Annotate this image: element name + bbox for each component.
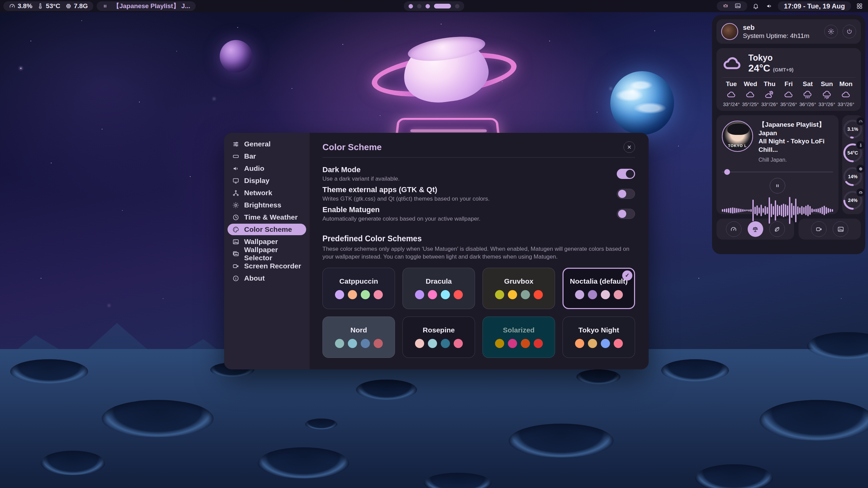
image-button[interactable] bbox=[833, 221, 848, 237]
media-subtitle: Chill Japan. bbox=[758, 157, 833, 163]
scheme-card-dracula[interactable]: Dracula bbox=[402, 268, 475, 309]
pause-button[interactable] bbox=[770, 178, 785, 194]
gear-icon[interactable] bbox=[824, 25, 838, 38]
workspace-5[interactable] bbox=[455, 4, 459, 8]
media-progress-bar[interactable] bbox=[722, 169, 833, 175]
color-swatch bbox=[588, 290, 597, 299]
palette-icon bbox=[232, 226, 239, 233]
network-icon bbox=[232, 189, 239, 197]
system-tray[interactable] bbox=[717, 1, 747, 11]
sidebar-item-audio[interactable]: Audio bbox=[228, 163, 306, 174]
gauge-thermometer: 54°C bbox=[842, 142, 863, 163]
sidebar-item-bar[interactable]: Bar bbox=[228, 150, 306, 162]
setting-title: Enable Matugen bbox=[322, 205, 480, 214]
visualizer-bar bbox=[781, 205, 782, 216]
sidebar-item-color-scheme[interactable]: Color Scheme bbox=[228, 224, 306, 235]
color-swatch bbox=[575, 339, 584, 348]
toggle-switch[interactable] bbox=[617, 189, 635, 199]
visualizer-bar bbox=[813, 209, 815, 212]
workspaces-pill[interactable] bbox=[404, 1, 464, 11]
bell-icon[interactable] bbox=[751, 1, 761, 11]
scheme-card-gruvbox[interactable]: Gruvbox bbox=[482, 268, 555, 309]
toggle-switch[interactable] bbox=[617, 169, 635, 179]
visualizer-bar bbox=[793, 206, 794, 215]
sidebar-item-brightness[interactable]: Brightness bbox=[228, 199, 306, 211]
media-row: TOKYO L 【Japanese Playlist】 Japan All Ni… bbox=[716, 115, 861, 214]
scheme-card-noctalia-default-[interactable]: Noctalia (default)✓ bbox=[563, 268, 635, 309]
divider bbox=[722, 77, 855, 78]
sidebar-item-general[interactable]: General bbox=[228, 138, 306, 150]
scheme-card-solarized[interactable]: Solarized bbox=[482, 317, 555, 358]
progress-track bbox=[722, 171, 833, 172]
color-swatch bbox=[454, 290, 463, 299]
sidebar-item-about[interactable]: About bbox=[228, 272, 306, 284]
visualizer-bar bbox=[724, 209, 725, 212]
visualizer-bar bbox=[826, 207, 827, 214]
workspace-2[interactable] bbox=[417, 4, 421, 8]
visualizer-bar bbox=[824, 206, 825, 215]
power-icon[interactable] bbox=[843, 25, 856, 38]
sidebar-item-wallpaper-selector[interactable]: Wallpaper Selector bbox=[228, 248, 306, 260]
visualizer-bar bbox=[732, 207, 733, 214]
cloud-icon bbox=[722, 53, 743, 74]
visualizer-bar bbox=[765, 206, 766, 215]
clock-pill[interactable]: 17:09 - Tue, 19 Aug bbox=[778, 1, 851, 11]
scheme-card-nord[interactable]: Nord bbox=[322, 317, 395, 358]
image-icon[interactable] bbox=[734, 2, 742, 10]
visualizer-bar bbox=[777, 205, 778, 216]
visualizer-bar bbox=[761, 205, 762, 216]
color-swatch bbox=[601, 339, 610, 348]
visualizer-bar bbox=[832, 209, 833, 212]
visualizer-bar bbox=[740, 209, 742, 212]
visualizer-bar bbox=[767, 207, 768, 214]
gauge-disk: 24% bbox=[842, 190, 863, 211]
toggle-switch[interactable] bbox=[617, 209, 635, 219]
dashboard-icon[interactable] bbox=[854, 1, 865, 11]
earth-planet bbox=[610, 71, 674, 135]
crater bbox=[356, 380, 417, 400]
visualizer-bar bbox=[752, 200, 754, 221]
setting-row-enable-matugen: Enable MatugenAutomatically generate col… bbox=[322, 205, 635, 222]
visualizer-bar bbox=[791, 203, 792, 218]
visualizer-bar bbox=[801, 206, 803, 215]
tray-app-icon[interactable] bbox=[722, 2, 730, 10]
visualizer-bar bbox=[789, 197, 790, 224]
sidebar-item-screen-recorder[interactable]: Screen Recorder bbox=[228, 260, 306, 272]
visualizer-bar bbox=[830, 209, 831, 212]
crater bbox=[258, 447, 349, 479]
rain-icon bbox=[803, 89, 813, 100]
forecast-day-fri: Fri35°/26° bbox=[779, 80, 798, 107]
color-swatch bbox=[361, 290, 370, 299]
bar-media-label: 【Japanese Playlist】 J... bbox=[113, 2, 190, 11]
scheme-card-rosepine[interactable]: Rosepine bbox=[402, 317, 475, 358]
color-swatch bbox=[428, 290, 437, 299]
sidebar-item-network[interactable]: Network bbox=[228, 187, 306, 199]
visualizer-bar bbox=[730, 208, 731, 213]
sidebar-item-time-weather[interactable]: Time & Weather bbox=[228, 211, 306, 223]
progress-knob[interactable] bbox=[724, 169, 730, 175]
setting-description: Writes GTK (gtk.css) and Qt (qt6ct) them… bbox=[322, 196, 490, 202]
workspace-3[interactable] bbox=[426, 4, 430, 8]
speaker-icon[interactable] bbox=[764, 1, 774, 11]
forecast-day-wed: Wed35°/25° bbox=[741, 80, 760, 107]
visualizer-bar bbox=[795, 199, 796, 222]
bar-media-pill[interactable]: 【Japanese Playlist】 J... bbox=[97, 1, 196, 11]
brightness-icon bbox=[232, 202, 239, 209]
workspace-1[interactable] bbox=[409, 4, 413, 8]
sidebar-item-display[interactable]: Display bbox=[228, 175, 306, 186]
thermometer-icon bbox=[37, 3, 44, 9]
scheme-card-tokyo-night[interactable]: Tokyo Night bbox=[563, 317, 635, 358]
close-button[interactable]: ✕ bbox=[624, 141, 635, 153]
stars-glow-layer bbox=[20, 68, 21, 69]
workspace-4-active[interactable] bbox=[434, 4, 451, 8]
color-swatch bbox=[415, 339, 424, 348]
color-swatch bbox=[534, 339, 543, 348]
user-card: seb System Uptime: 4h11m bbox=[716, 19, 861, 44]
crater bbox=[661, 359, 729, 382]
system-stats-pill[interactable]: 3.8%53°C7.8G bbox=[3, 1, 93, 11]
setting-title: Dark Mode bbox=[322, 165, 400, 174]
visualizer-bar bbox=[769, 197, 770, 224]
scheme-card-catppuccin[interactable]: Catppuccin bbox=[322, 268, 395, 309]
album-art-label: TOKYO L bbox=[723, 144, 752, 148]
color-swatch bbox=[508, 339, 517, 348]
